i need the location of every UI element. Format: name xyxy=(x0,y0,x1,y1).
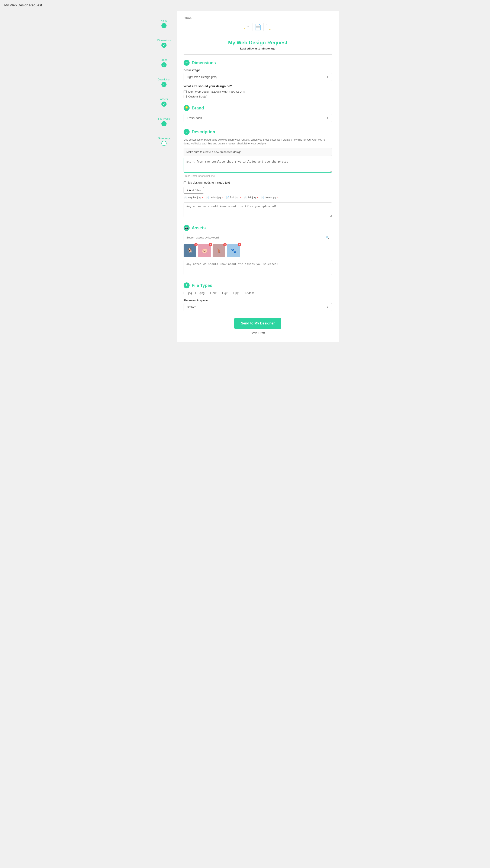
add-files-button[interactable]: + Add Files xyxy=(184,187,204,193)
back-button[interactable]: ‹ Back xyxy=(184,16,192,19)
file-type-pdf-checkbox[interactable] xyxy=(208,291,211,294)
search-icon: 🔍 xyxy=(326,236,329,239)
assets-section: 📷 Assets 🔍 🐕 ✕ 🐷 ✕ 🦌 xyxy=(184,225,332,276)
assets-icon: 📷 xyxy=(184,225,190,231)
file-remove-2[interactable]: ✕ xyxy=(222,196,224,199)
file-types-title: File Types xyxy=(192,283,212,288)
form-main-title: My Web Design Request xyxy=(184,40,332,45)
size-option-2-checkbox[interactable] xyxy=(184,95,187,98)
brand-select[interactable]: FreshStock ▼ xyxy=(184,114,332,122)
file-type-jpg: .jpg xyxy=(184,291,192,294)
asset-remove-3[interactable]: ✕ xyxy=(223,243,227,246)
asset-thumb-3: 🦌 ✕ xyxy=(213,244,225,257)
search-button[interactable]: 🔍 xyxy=(323,234,332,241)
brand-section: 💡 Brand FreshStock ▼ xyxy=(184,105,332,122)
text-include-row: My design needs to include text xyxy=(184,181,332,184)
file-types-icon: ℹ xyxy=(184,282,190,288)
dimensions-section: ⇔ Dimensions Request Type Light Web Desi… xyxy=(184,60,332,98)
file-type-gif: .gif xyxy=(220,291,227,294)
file-type-png: .png xyxy=(195,291,204,294)
brand-arrow-icon: ▼ xyxy=(326,117,329,120)
file-type-adobe: Adobe xyxy=(243,291,255,294)
description-line-1: Make sure to create a new, fresh web des… xyxy=(184,148,332,156)
step-circle-description: ✓ xyxy=(161,82,166,87)
file-icon-4: 📄 xyxy=(243,196,247,199)
sidebar: Name ✓ Dimensions ✓ Brand ✓ Description … xyxy=(151,11,177,342)
save-draft-button[interactable]: Save Draft xyxy=(184,331,332,335)
file-icon-5: 📄 xyxy=(261,196,264,199)
sidebar-item-assets[interactable]: Assets ✓ xyxy=(160,98,168,117)
assets-title: Assets xyxy=(192,225,206,230)
file-notes-textarea[interactable] xyxy=(184,203,332,217)
asset-remove-4[interactable]: ✕ xyxy=(238,243,241,246)
asset-remove-2[interactable]: ✕ xyxy=(209,243,212,246)
file-remove-1[interactable]: ✕ xyxy=(201,196,204,199)
file-types-row: .jpg .png .pdf .gif .ppt xyxy=(184,291,332,294)
asset-remove-1[interactable]: ✕ xyxy=(194,243,198,246)
request-type-arrow-icon: ▼ xyxy=(326,75,329,79)
file-types-section: ℹ File Types .jpg .png .pdf .gi xyxy=(184,282,332,311)
sidebar-item-summary[interactable]: Summary xyxy=(158,137,170,146)
file-item-1: 📄 veggies.jpg ✕ xyxy=(184,196,204,199)
file-type-jpg-checkbox[interactable] xyxy=(184,291,186,294)
size-option-2-row: Custom Size(s) xyxy=(184,95,332,98)
file-item-4: 📄 fish.jpg ✕ xyxy=(243,196,259,199)
file-type-pdf: .pdf xyxy=(208,291,217,294)
asset-thumb-1: 🐕 ✕ xyxy=(184,244,196,257)
text-include-checkbox[interactable] xyxy=(184,181,186,184)
description-textarea[interactable]: Start from the template that I've includ… xyxy=(184,158,332,173)
file-type-adobe-checkbox[interactable] xyxy=(243,291,246,294)
send-to-designer-button[interactable]: Send to My Designer xyxy=(234,318,281,329)
file-type-gif-checkbox[interactable] xyxy=(220,291,223,294)
sidebar-item-name[interactable]: Name ✓ xyxy=(161,19,167,39)
file-icon-2: 📄 xyxy=(206,196,209,199)
asset-thumb-4: 🐾 ✕ xyxy=(227,244,240,257)
sidebar-item-file-types[interactable]: File Types ✓ xyxy=(158,117,170,137)
step-circle-assets: ✓ xyxy=(161,101,166,107)
description-hint: Use sentences or paragraphs below to sha… xyxy=(184,138,332,146)
file-type-png-checkbox[interactable] xyxy=(195,291,198,294)
file-item-5: 📄 beans.jpg ✕ xyxy=(261,196,279,199)
form-header-icon: + 📄 ○ ✦ • xyxy=(184,24,332,36)
description-section: ? Description Use sentences or paragraph… xyxy=(184,129,332,218)
step-circle-name: ✓ xyxy=(161,23,166,28)
asset-thumb-2: 🐷 ✕ xyxy=(198,244,211,257)
step-circle-dimensions: ✓ xyxy=(161,43,166,48)
sidebar-item-dimensions[interactable]: Dimensions ✓ xyxy=(157,39,171,58)
size-question: What size should your design be? xyxy=(184,85,332,88)
file-item-2: 📄 grains.jpg ✕ xyxy=(206,196,224,199)
sidebar-item-brand[interactable]: Brand ✓ xyxy=(161,58,167,78)
request-type-select[interactable]: Light Web Design [Pro] ▼ xyxy=(184,73,332,81)
placement-label: Placement in queue xyxy=(184,299,332,302)
size-option-2-label: Custom Size(s) xyxy=(188,95,207,98)
files-list: 📄 veggies.jpg ✕ 📄 grains.jpg ✕ 📄 fruit.j… xyxy=(184,196,332,199)
placement-arrow-icon: ▼ xyxy=(326,306,329,309)
page-title: My Web Design Request xyxy=(0,0,490,11)
step-circle-brand: ✓ xyxy=(161,62,166,67)
dimensions-title: Dimensions xyxy=(192,60,216,65)
file-remove-5[interactable]: ✕ xyxy=(277,196,279,199)
main-content: ‹ Back + 📄 ○ ✦ • My Web Design Request L… xyxy=(177,11,339,342)
file-type-ppt-checkbox[interactable] xyxy=(231,291,233,294)
file-icon-3: 📄 xyxy=(226,196,229,199)
search-input[interactable] xyxy=(184,234,323,241)
search-bar: 🔍 xyxy=(184,234,332,241)
file-item-3: 📄 fruit.jpg ✕ xyxy=(226,196,241,199)
file-type-ppt: .ppt xyxy=(231,291,239,294)
file-remove-4[interactable]: ✕ xyxy=(257,196,259,199)
size-option-1-checkbox[interactable] xyxy=(184,90,187,93)
size-option-1-label: Light Web Design (1200px width max, 72 D… xyxy=(188,90,245,93)
text-include-label: My design needs to include text xyxy=(188,181,230,184)
description-title: Description xyxy=(192,129,215,134)
placement-select[interactable]: Bottom ▼ xyxy=(184,303,332,311)
file-icon-1: 📄 xyxy=(184,196,187,199)
sidebar-item-description[interactable]: Description ✓ xyxy=(158,78,170,98)
press-enter-hint: Press Enter for another line xyxy=(184,175,332,178)
brand-icon: 💡 xyxy=(184,105,190,111)
brand-title: Brand xyxy=(192,105,204,111)
file-remove-3[interactable]: ✕ xyxy=(239,196,241,199)
step-circle-summary xyxy=(161,141,166,146)
step-circle-file-types: ✓ xyxy=(161,121,166,126)
request-type-label: Request Type xyxy=(184,69,332,72)
asset-notes-textarea[interactable] xyxy=(184,260,332,275)
